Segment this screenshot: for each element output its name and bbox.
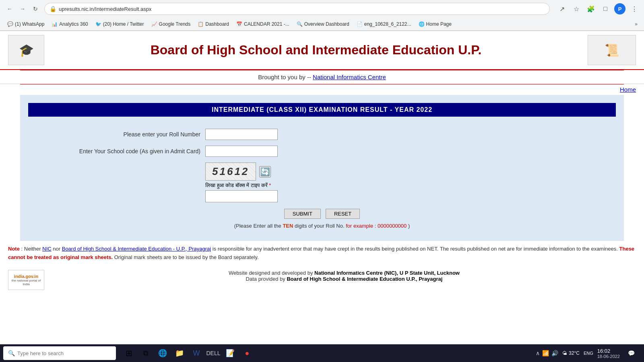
analytics-icon: 📊	[52, 21, 58, 27]
school-code-row: Enter Your School code (As given in Admi…	[36, 146, 608, 157]
note-ten: TEN	[283, 223, 293, 229]
homepage-icon: 🌐	[419, 21, 425, 27]
taskbar-weather: 🌤 32°C	[562, 350, 580, 356]
taskbar-edge-button[interactable]: 🌐	[155, 346, 170, 360]
taskbar-word-button[interactable]: W	[189, 346, 204, 360]
forward-button[interactable]: →	[17, 3, 28, 14]
button-row: SUBMIT RESET	[36, 209, 608, 219]
taskbar-search-box[interactable]: 🔍	[3, 346, 116, 360]
taskbar-dell-button[interactable]: DELL	[206, 346, 221, 360]
footer-logo-sub: the national portal of India	[8, 279, 44, 286]
note-text1: : Neither	[21, 246, 41, 252]
share-button[interactable]: ↗	[556, 3, 568, 14]
form-container: INTERMEDIATE (CLASS XII) EXAMINATION RES…	[20, 95, 624, 241]
taskbar-up-arrow[interactable]: ∧	[536, 350, 540, 356]
extensions-button[interactable]: 🧩	[585, 3, 597, 14]
bookmark-overview[interactable]: 🔍 Overview Dashboard	[293, 20, 353, 28]
nic-note-link[interactable]: NIC	[42, 246, 51, 252]
note-suffix: )	[408, 223, 410, 229]
eng-icon: 📄	[357, 21, 363, 27]
taskbar-explorer-button[interactable]: 📁	[172, 346, 187, 360]
note-middle: digits of your Roll No.	[295, 223, 345, 229]
menu-button[interactable]: ⋮	[629, 3, 640, 14]
footer-designed-row: Website designed and developed by Nation…	[52, 270, 636, 276]
back-button[interactable]: ←	[4, 3, 15, 14]
header-logo-right: 📜	[588, 35, 636, 65]
bookmark-trends-label: Google Trends	[159, 21, 191, 27]
submit-button[interactable]: SUBMIT	[284, 209, 321, 219]
form-note: (Please Enter all the TEN digits of your…	[36, 223, 608, 229]
footer-data-prefix: Data provided by	[246, 276, 285, 282]
note-text4: Original mark sheets are to be issued by…	[114, 254, 259, 260]
taskbar-notifications-button[interactable]: 💬	[624, 346, 638, 360]
bookmark-analytics-label: Analytics 360	[59, 21, 88, 27]
form-header: INTERMEDIATE (CLASS XII) EXAMINATION RES…	[28, 103, 616, 117]
captcha-hint-text: लिखा हुआ कोड बॉक्स में टाइप करें	[205, 182, 268, 188]
board-note-link[interactable]: Board of High School & Intermediate Educ…	[62, 246, 211, 252]
footer-designed-prefix: Website designed and developed by	[229, 270, 313, 276]
profile-button[interactable]: P	[614, 3, 625, 14]
bookmark-eng[interactable]: 📄 eng_10628_6_2122...	[353, 20, 415, 28]
roll-number-row: Please enter your Roll Number	[36, 129, 608, 140]
browser-chrome: ← → ↻ 🔒 upresults.nic.in/IntermediateRes…	[0, 0, 644, 31]
school-code-label: Enter Your School code (As given in Admi…	[36, 148, 205, 154]
bookmark-star-button[interactable]: ☆	[571, 3, 582, 14]
note-text3: is responsible for any inadvertent error…	[213, 246, 618, 252]
footer-logo: india.gov.in the national portal of Indi…	[8, 270, 44, 290]
browser-toolbar: ← → ↻ 🔒 upresults.nic.in/IntermediateRes…	[0, 0, 644, 18]
bookmark-overview-label: Overview Dashboard	[304, 21, 349, 27]
bookmark-twitter-label: (20) Home / Twitter	[103, 21, 144, 27]
subtitle-bar: Brought to you by -- National Informatic…	[0, 70, 644, 84]
bookmarks-bar: 💬 (1) WhatsApp 📊 Analytics 360 🐦 (20) Ho…	[0, 18, 644, 31]
taskbar-sys-info: ENG	[584, 351, 593, 356]
taskbar-volume-icon: 🔊	[551, 350, 558, 356]
bookmark-dashboard-label: Dashboard	[205, 21, 229, 27]
roll-number-input[interactable]	[205, 129, 278, 140]
url-text: upresults.nic.in/IntermediateResult.aspx	[59, 6, 545, 12]
taskbar-task-view-button[interactable]: ⧉	[138, 346, 153, 360]
browser-icons: ↗ ☆ 🧩 □ P ⋮	[556, 3, 640, 14]
bookmark-analytics[interactable]: 📊 Analytics 360	[48, 20, 91, 28]
reload-button[interactable]: ↻	[30, 3, 41, 14]
captcha-refresh-button[interactable]: 🔄	[259, 166, 271, 177]
split-view-button[interactable]: □	[600, 3, 611, 14]
taskbar-network-icon: 📶	[542, 350, 549, 356]
taskbar-search-input[interactable]	[17, 350, 111, 356]
captcha-image: 51612	[205, 162, 256, 181]
home-link-bar: Home	[0, 84, 644, 95]
bookmark-whatsapp[interactable]: 💬 (1) WhatsApp	[4, 20, 47, 28]
bookmark-twitter[interactable]: 🐦 (20) Home / Twitter	[92, 20, 147, 28]
reset-button[interactable]: RESET	[326, 209, 360, 219]
trends-icon: 📈	[151, 21, 157, 27]
footer-data-by: Board of High School & Intermediate Educ…	[287, 276, 442, 282]
captcha-row: 51612 🔄	[205, 162, 271, 181]
taskbar-lang: ENG	[584, 351, 593, 356]
captcha-input[interactable]	[205, 190, 278, 202]
footer-designed-by: National Informatics Centre (NIC), U P S…	[314, 270, 460, 276]
taskbar-windows-button[interactable]: ⊞	[122, 346, 136, 360]
footer-data-row: Data provided by Board of High School & …	[52, 276, 636, 282]
taskbar-weather-temp: 32°C	[569, 350, 580, 356]
bookmark-homepage-label: Home Page	[426, 21, 452, 27]
taskbar-search-icon: 🔍	[8, 350, 15, 356]
note-text2: nor	[53, 246, 60, 252]
note-example-label: for example :	[346, 223, 376, 229]
taskbar-sticky-button[interactable]: 📝	[223, 346, 237, 360]
school-code-input[interactable]	[205, 146, 278, 157]
bookmark-dashboard[interactable]: 📋 Dashboard	[194, 20, 232, 28]
page-content: 🎓 Board of High School and Intermediate …	[0, 31, 644, 332]
bookmarks-more-button[interactable]: »	[632, 20, 640, 28]
address-bar[interactable]: 🔒 upresults.nic.in/IntermediateResult.as…	[44, 3, 550, 15]
nic-link[interactable]: National Informatics Centre	[313, 74, 386, 80]
dashboard-icon: 📋	[198, 21, 204, 27]
home-link[interactable]: Home	[620, 86, 636, 93]
taskbar-clock: 16:02 18-06-2022	[597, 348, 620, 359]
taskbar-chrome-button[interactable]: ●	[240, 346, 254, 360]
bookmark-calendar[interactable]: 📅 CALENDAR 2021 -...	[233, 20, 293, 28]
taskbar-sys-icons: ∧ 📶 🔊	[536, 350, 558, 356]
taskbar-right: ∧ 📶 🔊 🌤 32°C ENG 16:02 18-06-2022 💬	[536, 346, 644, 360]
note-label: Note	[8, 246, 20, 252]
taskbar: 🔍 ⊞ ⧉ 🌐 📁 W DELL 📝 ● ∧ 📶 🔊 🌤 32°C ENG 16…	[0, 344, 644, 362]
bookmark-homepage[interactable]: 🌐 Home Page	[415, 20, 455, 28]
bookmark-trends[interactable]: 📈 Google Trends	[148, 20, 194, 28]
